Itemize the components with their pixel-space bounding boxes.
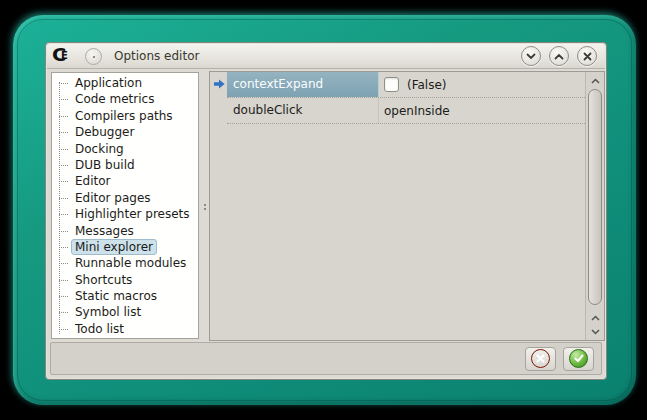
checkbox-unchecked[interactable] [384, 77, 399, 92]
scroll-up-icon [591, 78, 600, 84]
property-row-contextexpand[interactable]: contextExpand (False) [227, 72, 585, 98]
property-row-doubleclick[interactable]: doubleClick openInside [227, 98, 585, 124]
options-editor-window: CE Options editor Application Code metri [45, 42, 607, 380]
chevron-down-icon [526, 53, 536, 60]
minimize-button[interactable] [521, 46, 541, 66]
scroll-up-button-bottom[interactable] [586, 310, 605, 325]
property-value: (False) [379, 72, 585, 97]
sidebar-item-mini-explorer[interactable]: Mini explorer [52, 239, 198, 255]
scroll-up-button[interactable] [586, 73, 605, 88]
scrollbar-thumb[interactable] [588, 89, 602, 305]
window-title: Options editor [114, 49, 199, 63]
sidebar-item-dub-build[interactable]: DUB build [52, 157, 198, 173]
sidebar-item-editor[interactable]: Editor [52, 173, 198, 189]
sidebar-item-compilers-paths[interactable]: Compilers paths [52, 108, 198, 124]
property-grid: contextExpand (False) doubleClick openIn… [209, 71, 605, 341]
close-icon [583, 52, 592, 61]
titlebar[interactable]: CE Options editor [47, 44, 605, 69]
sidebar-item-messages[interactable]: Messages [52, 223, 198, 239]
sidebar-item-editor-pages[interactable]: Editor pages [52, 190, 198, 206]
property-rows: contextExpand (False) doubleClick openIn… [227, 72, 585, 124]
screen: CE Options editor Application Code metri [0, 0, 647, 420]
scroll-down-button[interactable] [586, 324, 605, 339]
titlebar-buttons [521, 46, 597, 66]
cancel-button[interactable] [525, 347, 556, 371]
sidebar-item-highlighter-presets[interactable]: Highlighter presets [52, 206, 198, 222]
sidebar-item-todo-list[interactable]: Todo list [52, 321, 198, 337]
property-name[interactable]: doubleClick [227, 98, 379, 123]
property-value-text: openInside [384, 104, 450, 118]
chevron-up-icon [554, 53, 564, 60]
sidebar-item-docking[interactable]: Docking [52, 141, 198, 157]
footer-bar [50, 342, 602, 375]
checkbox-state-label: (False) [407, 78, 447, 92]
scroll-up-icon [591, 315, 600, 321]
category-list: Application Code metrics Compilers paths… [51, 72, 199, 339]
app-logo-icon: CE [53, 47, 75, 65]
cancel-icon [531, 349, 550, 368]
sidebar-item-symbol-list[interactable]: Symbol list [52, 304, 198, 320]
sidebar-item-static-macros[interactable]: Static macros [52, 288, 198, 304]
accept-button[interactable] [563, 347, 594, 371]
maximize-button[interactable] [549, 46, 569, 66]
category-tree: Application Code metrics Compilers paths… [52, 75, 198, 337]
scroll-down-icon [591, 329, 600, 335]
row-indicator-arrow-icon [214, 79, 225, 89]
ok-icon [569, 349, 588, 368]
sidebar-item-application[interactable]: Application [52, 75, 198, 91]
property-value[interactable]: openInside [379, 98, 585, 123]
close-button[interactable] [577, 46, 597, 66]
sidebar-item-debugger[interactable]: Debugger [52, 124, 198, 140]
sidebar-item-runnable-modules[interactable]: Runnable modules [52, 255, 198, 271]
property-name[interactable]: contextExpand [227, 72, 379, 97]
sidebar-item-code-metrics[interactable]: Code metrics [52, 91, 198, 107]
vertical-scrollbar[interactable] [585, 72, 604, 340]
window-menu-icon[interactable] [85, 48, 102, 65]
splitter-handle[interactable] [202, 72, 208, 339]
grid-gutter [210, 72, 227, 340]
sidebar-item-shortcuts[interactable]: Shortcuts [52, 272, 198, 288]
